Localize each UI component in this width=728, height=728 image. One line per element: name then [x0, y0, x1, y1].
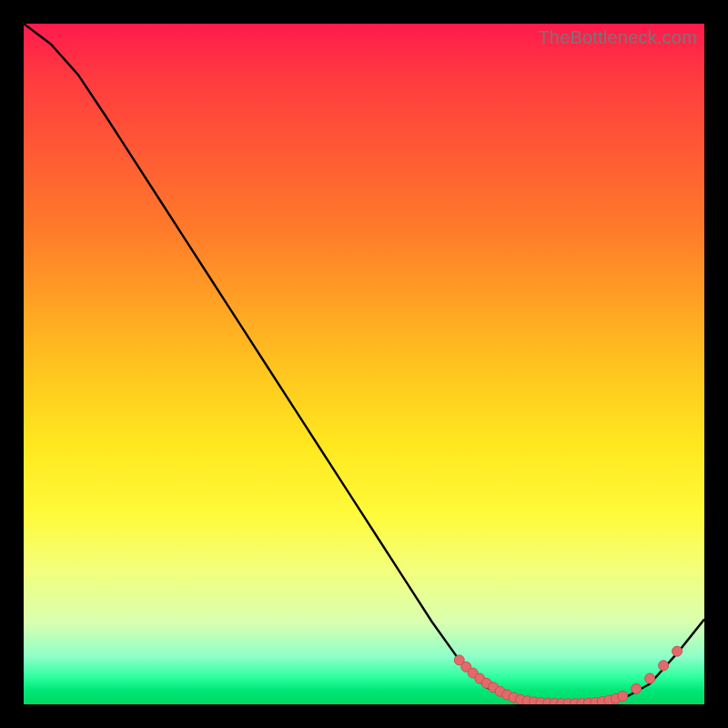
curve-marker [563, 699, 573, 704]
curve-marker [542, 698, 552, 704]
curve-marker [489, 682, 499, 693]
curve-marker [611, 693, 621, 703]
curve-marker [502, 690, 512, 700]
curve-marker [597, 697, 607, 704]
curve-marker [509, 693, 519, 703]
curve-marker [672, 646, 682, 656]
curve-marker [461, 662, 471, 672]
curve-marker [604, 695, 614, 704]
curve-marker [659, 661, 669, 671]
curve-marker [530, 697, 540, 704]
chart-stage: TheBottleneck.com [0, 0, 728, 728]
curve-marker [632, 683, 642, 693]
curve-marker [454, 655, 464, 665]
curve-marker [475, 673, 485, 683]
curve-marker [556, 699, 566, 704]
curve-marker [550, 698, 560, 704]
curve-marker [591, 697, 601, 704]
curve-marker [618, 692, 628, 702]
curve-marker [468, 668, 478, 678]
curve-marker [516, 694, 526, 704]
curve-marker [577, 698, 587, 704]
chart-overlay [24, 24, 704, 704]
curve-marker [522, 696, 532, 704]
curve-marker [536, 698, 546, 704]
curve-marker [495, 686, 505, 696]
chart-plot-area: TheBottleneck.com [24, 24, 704, 704]
curve-line [24, 24, 704, 703]
curve-marker [583, 698, 593, 704]
curve-marker [570, 699, 580, 704]
curve-marker [645, 673, 655, 683]
curve-markers [454, 646, 682, 704]
watermark-label: TheBottleneck.com [538, 27, 697, 48]
curve-marker [481, 678, 491, 688]
